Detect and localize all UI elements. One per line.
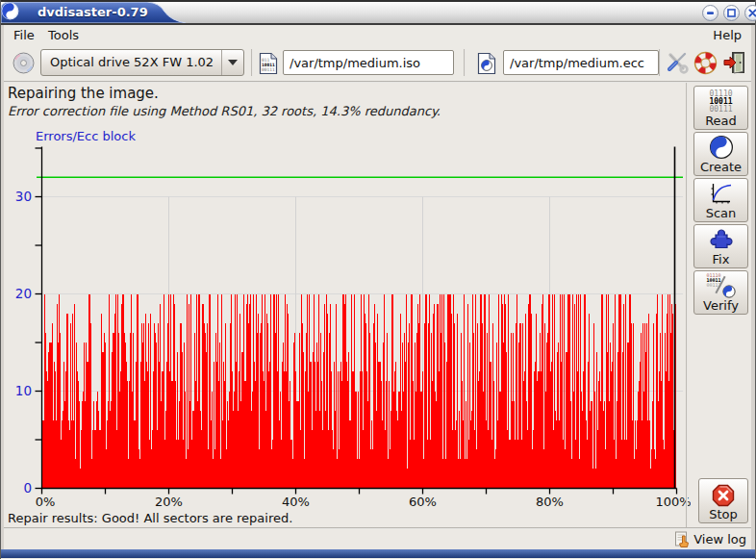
fix-button[interactable]: Fix [693, 224, 748, 268]
menubar: File Tools Help [4, 25, 751, 45]
scan-curve-icon [708, 181, 734, 206]
ecc-file-input[interactable] [503, 50, 659, 75]
chevron-down-icon [228, 60, 238, 65]
svg-text:40%: 40% [282, 495, 310, 509]
drive-selector-value: Optical drive 52X FW 1.02 [50, 55, 214, 69]
stop-icon [712, 484, 735, 507]
help-button[interactable] [693, 50, 718, 75]
maximize-icon [724, 6, 739, 20]
preferences-button[interactable] [665, 50, 690, 75]
svg-text:60%: 60% [409, 495, 437, 509]
close-icon [745, 6, 756, 20]
close-button[interactable] [744, 5, 756, 21]
toolbar-separator [464, 49, 466, 76]
puzzle-piece-icon [708, 226, 734, 252]
errors-chart: 01020300%20%40%60%80%100% [0, 125, 691, 512]
view-log-label: View log [693, 532, 746, 546]
create-button-label: Create [700, 160, 742, 174]
scan-button-label: Scan [706, 206, 737, 220]
read-button-label: Read [705, 114, 737, 128]
window-title: dvdisaster-0.79 [38, 5, 148, 19]
status-subtitle: Error correction file using Method RS01,… [8, 104, 441, 118]
image-file-icon: 011 10011 00111 [259, 52, 278, 75]
repair-result-text: Repair results: Good! All sectors are re… [8, 511, 292, 525]
toolbar-separator [659, 49, 661, 76]
svg-text:30: 30 [15, 189, 32, 204]
titlebar[interactable]: dvdisaster-0.79 [1, 0, 755, 25]
scan-button[interactable]: Scan [693, 178, 748, 222]
exit-door-icon [722, 50, 747, 75]
binary-digits-icon: 01110 10011 00111 [709, 90, 732, 114]
stop-button[interactable]: Stop [698, 478, 748, 523]
application-window: dvdisaster-0.79 File Tools Help Optical … [0, 0, 756, 559]
fix-button-label: Fix [713, 252, 730, 267]
image-file-input[interactable] [283, 50, 454, 75]
app-logo-icon [1, 2, 19, 20]
read-button[interactable]: 01110 10011 00111 Read [693, 86, 748, 130]
view-log-button[interactable]: View log [674, 530, 746, 548]
svg-text:80%: 80% [536, 495, 564, 509]
view-log-icon [674, 531, 691, 548]
svg-text:00111: 00111 [262, 67, 275, 72]
verify-icon: 01110 10011 00111 [707, 273, 736, 298]
titlebar-tab: dvdisaster-0.79 [1, 2, 193, 23]
ecc-file-icon [477, 52, 496, 75]
yin-yang-icon [709, 135, 734, 160]
minimize-icon [703, 6, 718, 20]
separator [4, 527, 751, 529]
drive-selector-dropdown[interactable] [221, 50, 243, 75]
svg-text:0: 0 [23, 480, 32, 495]
lifebuoy-icon [693, 50, 718, 76]
svg-text:20%: 20% [155, 495, 183, 509]
sidebar-separator [686, 83, 688, 527]
svg-text:20: 20 [15, 286, 32, 301]
status-title: Repairing the image. [8, 85, 159, 102]
menu-help[interactable]: Help [709, 27, 745, 43]
toolbar: Optical drive 52X FW 1.02 011 10011 0011… [4, 45, 751, 81]
drive-selector-combobox[interactable]: Optical drive 52X FW 1.02 [40, 49, 244, 76]
toolbar-separator [251, 49, 253, 76]
maximize-button[interactable] [723, 5, 740, 21]
menu-tools[interactable]: Tools [44, 27, 83, 43]
window-border-right-inner [751, 25, 755, 549]
verify-button-label: Verify [703, 298, 739, 313]
optical-drive-icon [12, 51, 36, 75]
menu-file[interactable]: File [10, 27, 38, 43]
stop-button-label: Stop [709, 507, 738, 521]
tools-icon [665, 50, 690, 75]
svg-text:10: 10 [15, 383, 32, 398]
quit-button[interactable] [722, 50, 747, 75]
svg-text:0%: 0% [36, 495, 56, 509]
verify-button[interactable]: 01110 10011 00111 Verify [693, 270, 748, 315]
create-button[interactable]: Create [693, 132, 748, 176]
yin-yang-small-icon [722, 285, 736, 298]
errors-chart-svg: 01020300%20%40%60%80%100% [0, 125, 691, 512]
separator [4, 81, 751, 83]
minimize-button[interactable] [702, 5, 718, 21]
window-border-bottom [1, 549, 755, 558]
